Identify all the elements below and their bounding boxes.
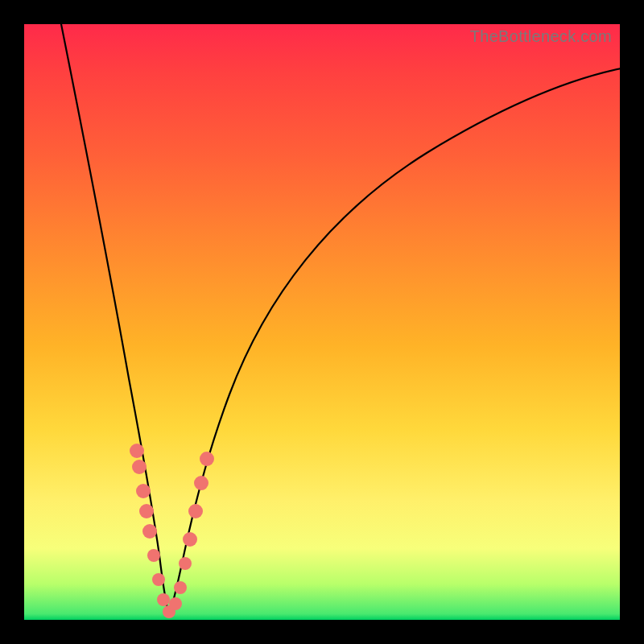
marker-dot <box>200 452 214 466</box>
marker-dot <box>130 444 144 458</box>
marker-dot <box>174 581 187 594</box>
marker-dot <box>194 476 208 490</box>
marker-dot <box>157 593 170 606</box>
curve-right-branch <box>169 68 620 616</box>
marker-dot <box>132 460 147 474</box>
plot-area: TheBottleneck.com <box>24 24 620 620</box>
marker-dot <box>188 504 203 518</box>
marker-dot <box>136 484 151 498</box>
marker-dot <box>179 557 192 570</box>
curve-left-branch <box>60 24 169 616</box>
marker-dot <box>139 504 154 518</box>
marker-dot <box>169 597 182 610</box>
watermark-label: TheBottleneck.com <box>470 27 612 46</box>
marker-dot <box>147 549 160 562</box>
marker-dot <box>142 524 157 539</box>
marker-dot <box>163 605 175 618</box>
bottleneck-curve <box>24 24 620 620</box>
marker-dot <box>152 573 165 586</box>
chart-frame: TheBottleneck.com <box>0 0 644 644</box>
marker-dot <box>183 532 197 547</box>
marker-group <box>130 444 214 618</box>
